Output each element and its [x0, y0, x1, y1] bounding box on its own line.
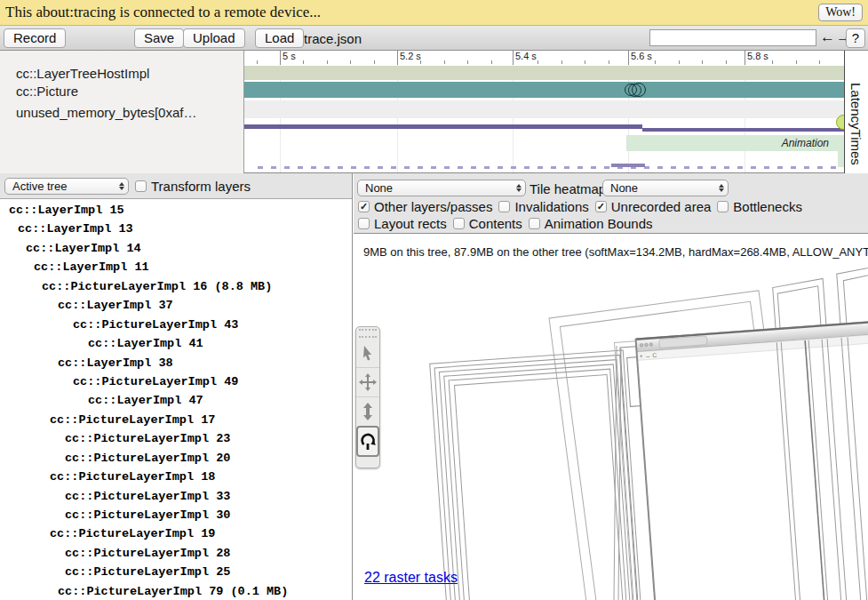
- right-layer-quad-tops: [772, 266, 868, 332]
- ruler-major-tick: 5.6 s: [628, 51, 629, 65]
- memory-value-line-segment: [642, 128, 844, 132]
- tree-item[interactable]: cc::PictureLayerImpl 43: [0, 318, 352, 337]
- layer-tree-panel: Active tree Transform layers cc::LayerIm…: [0, 173, 353, 600]
- browser-nav-icons: + → C: [639, 352, 657, 359]
- instant-event-circle[interactable]: [632, 83, 646, 97]
- display-option-checkbox[interactable]: ✓Other layers/passes: [358, 199, 492, 214]
- ruler-minor-tick: [467, 60, 468, 64]
- track-name-panel: cc::LayerTreeHostImpl cc::Picture unused…: [0, 51, 244, 173]
- memory-value-line-segment: [244, 124, 642, 129]
- tree-item[interactable]: cc::LayerImpl 11: [0, 260, 352, 279]
- tree-select[interactable]: Active tree: [4, 178, 129, 195]
- layertreehostimpl-track[interactable]: [244, 66, 844, 80]
- traffic-light-icon: [640, 343, 643, 347]
- tree-item[interactable]: cc::LayerImpl 47: [0, 394, 352, 412]
- wow-button[interactable]: Wow!: [818, 4, 863, 21]
- ruler-tick-label: 5.2 s: [400, 51, 421, 61]
- tree-item[interactable]: cc::LayerImpl 13: [0, 222, 352, 241]
- drag-handle[interactable]: [359, 329, 377, 338]
- display-option-checkbox[interactable]: Invalidations: [498, 199, 588, 214]
- tree-item[interactable]: cc::LayerImpl 15: [0, 204, 352, 222]
- transform-layers-checkbox[interactable]: Transform layers: [135, 179, 251, 194]
- memory-sparkline-bump: [611, 164, 645, 167]
- upload-button[interactable]: Upload: [183, 28, 245, 48]
- select-tool-button[interactable]: [356, 338, 379, 367]
- display-option-checkbox[interactable]: Animation Bounds: [529, 216, 653, 231]
- tree-item[interactable]: cc::LayerImpl 14: [0, 242, 352, 260]
- raster-tasks-link[interactable]: 22 raster tasks: [364, 570, 458, 586]
- track-label-layertreehostimpl[interactable]: cc::LayerTreeHostImpl: [16, 66, 149, 81]
- tree-item[interactable]: cc::PictureLayerImpl 16 (8.8 MB): [0, 280, 352, 299]
- display-option-checkbox[interactable]: ✓Unrecorded area: [595, 199, 712, 214]
- tree-item[interactable]: cc::LayerImpl 37: [0, 299, 352, 317]
- tree-item[interactable]: cc::LayerImpl 41: [0, 337, 352, 356]
- timeline-track-area[interactable]: 5 s5.2 s5.4 s5.6 s5.8 s Animation: [244, 51, 844, 173]
- layer-quad-view[interactable]: + → C: [354, 234, 868, 600]
- tree-item[interactable]: cc::PictureLayerImpl 28: [0, 547, 352, 565]
- rotate-trackball-icon: [360, 433, 376, 451]
- tree-item[interactable]: cc::PictureLayerImpl 23: [0, 432, 352, 451]
- traffic-light-icon: [649, 343, 653, 347]
- save-button[interactable]: Save: [134, 28, 184, 48]
- checkbox-box[interactable]: [135, 180, 147, 192]
- record-button[interactable]: Record: [4, 28, 66, 48]
- ruler-minor-tick: [303, 60, 304, 64]
- display-options-row-1: ✓Other layers/passesInvalidations✓Unreco…: [358, 199, 802, 214]
- checkbox-box[interactable]: [453, 218, 465, 229]
- pan-tool-button[interactable]: [356, 367, 379, 396]
- ruler-minor-tick: [420, 60, 421, 64]
- track-label-unused-memory[interactable]: unused_memory_bytes[0xaf…: [16, 105, 196, 120]
- about-tracing-window: This about:tracing is connected to a rem…: [0, 0, 868, 600]
- browser-window-layer: + → C: [635, 316, 868, 600]
- ruler-minor-tick: [679, 60, 680, 64]
- zoom-tool-button[interactable]: [356, 396, 379, 426]
- load-button[interactable]: Load: [255, 28, 304, 48]
- search-input[interactable]: [649, 29, 816, 46]
- track-label-picture[interactable]: cc::Picture: [16, 84, 78, 99]
- main-toolbar: Record Save Upload Load trace.json ←→ ?: [0, 26, 868, 51]
- checkbox-label: Layout rects: [374, 216, 447, 231]
- tree-item[interactable]: cc::PictureLayerImpl 18: [0, 470, 352, 489]
- display-option-checkbox[interactable]: Contents: [453, 216, 522, 231]
- time-ruler: 5 s5.2 s5.4 s5.6 s5.8 s: [244, 51, 844, 65]
- unused-memory-track[interactable]: [244, 100, 844, 118]
- animation-event-bar[interactable]: Animation: [626, 135, 838, 151]
- trace-filename: trace.json: [304, 31, 362, 46]
- tree-item[interactable]: cc::PictureLayerImpl 79 (0.1 MB): [0, 585, 352, 599]
- ruler-minor-tick: [796, 60, 797, 64]
- display-option-checkbox[interactable]: Bottlenecks: [717, 199, 802, 214]
- checkbox-box[interactable]: [358, 218, 370, 229]
- latency-group-label[interactable]: Latency: [848, 83, 864, 130]
- tree-item[interactable]: cc::PictureLayerImpl 33: [0, 490, 352, 508]
- ruler-minor-tick: [726, 60, 727, 64]
- tree-item[interactable]: cc::PictureLayerImpl 20: [0, 452, 352, 470]
- tree-item[interactable]: cc::PictureLayerImpl 49: [0, 375, 352, 394]
- tree-item[interactable]: cc::LayerImpl 38: [0, 356, 352, 375]
- select-arrows-icon: [119, 182, 124, 191]
- ruler-major-tick: 5.8 s: [745, 51, 745, 65]
- tree-item[interactable]: cc::PictureLayerImpl 17: [0, 413, 352, 432]
- picture-track[interactable]: [244, 82, 844, 98]
- checkbox-box[interactable]: [498, 201, 510, 212]
- times-group-label[interactable]: Times: [848, 130, 864, 165]
- tree-item[interactable]: cc::PictureLayerImpl 25: [0, 565, 352, 584]
- animation-event-bar-tail: [838, 135, 844, 167]
- layer-display-select[interactable]: None: [357, 180, 526, 196]
- vertical-zoom-arrows-icon: [362, 403, 373, 420]
- tree-item[interactable]: cc::PictureLayerImpl 30: [0, 508, 352, 527]
- rotate-tool-button[interactable]: [356, 426, 379, 457]
- checkbox-box[interactable]: [529, 218, 540, 229]
- ruler-tick-label: 5 s: [283, 51, 296, 61]
- checkbox-box[interactable]: ✓: [358, 201, 370, 212]
- tree-item[interactable]: cc::PictureLayerImpl 19: [0, 527, 352, 546]
- display-option-checkbox[interactable]: Layout rects: [358, 216, 447, 231]
- tile-heatmap-select[interactable]: None: [602, 180, 729, 196]
- latency-times-sidebar: LatencyTimes: [844, 51, 868, 173]
- left-layer-quads: [430, 350, 649, 600]
- checkbox-box[interactable]: ✓: [595, 201, 607, 212]
- ruler-minor-tick: [585, 60, 585, 64]
- ruler-minor-tick: [257, 60, 258, 64]
- checkbox-box[interactable]: [717, 201, 729, 212]
- help-button[interactable]: ?: [846, 28, 865, 48]
- select-arrows-icon: [516, 184, 522, 193]
